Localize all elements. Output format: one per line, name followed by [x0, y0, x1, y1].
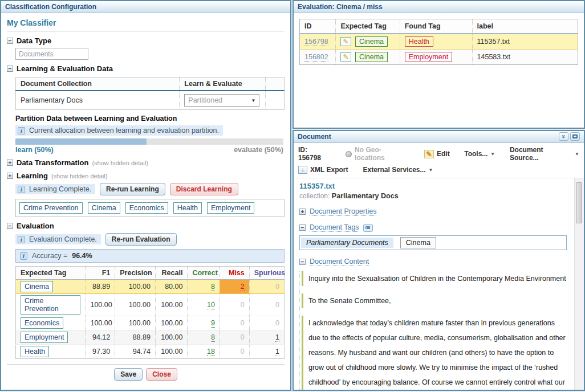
expected-tag-chip[interactable]: Crime Prevention — [21, 295, 80, 315]
show-hidden-detail-hint[interactable]: (show hidden detail) — [92, 160, 148, 166]
expand-icon[interactable]: + — [299, 209, 306, 215]
table-row-economics: Economics 100.00 100.00 100.00 9 0 0 — [16, 316, 285, 330]
table-row-crime-prevention: Crime Prevention 100.00 100.00 100.00 10… — [16, 294, 285, 316]
rerun-evaluation-button[interactable]: Re-run Evaluation — [105, 233, 177, 246]
tag-chip-crime-prevention[interactable]: Crime Prevention — [19, 202, 83, 214]
learning-status-text: Learning Complete. — [29, 185, 91, 193]
tools-menu[interactable]: Tools... ▼ — [464, 150, 495, 158]
correct-count-link[interactable]: 8 — [211, 283, 215, 291]
save-button[interactable]: Save — [114, 368, 143, 381]
column-header-spacer — [266, 77, 285, 91]
correct-count-link[interactable]: 18 — [207, 348, 215, 356]
learn-partition-fill[interactable] — [15, 138, 147, 145]
miss-count: 0 — [241, 333, 245, 341]
correct-count-link[interactable]: 8 — [211, 333, 215, 342]
expected-tag-chip[interactable]: Health — [21, 346, 49, 357]
evaluation-status: i Evaluation Complete. — [15, 234, 101, 244]
collapse-icon[interactable]: − — [7, 66, 13, 72]
discard-learning-button[interactable]: Discard Learning — [170, 183, 238, 195]
collection-label: collection: — [299, 192, 330, 200]
miss-count: 0 — [241, 319, 245, 327]
column-header-expected-tag: Expected Tag — [336, 19, 400, 34]
external-services-menu[interactable]: External Services... ▼ — [363, 166, 433, 174]
chevron-down-icon: ▼ — [429, 168, 433, 173]
document-tags-link[interactable]: Document Tags — [310, 223, 359, 232]
document-toolbar: ID: 156798 No Geo-locations ✎ Edit Tools… — [294, 143, 584, 178]
pencil-icon: ✎ — [424, 150, 434, 158]
maximize-panel-button[interactable] — [570, 132, 580, 141]
table-header-row: Expected Tag F1 Precision Recall Correct… — [16, 267, 285, 280]
collection-tag[interactable]: Parliamentary Documents — [301, 238, 393, 248]
column-header-label: label — [472, 19, 578, 34]
tag-chip-health[interactable]: Health — [173, 202, 202, 214]
learning-eval-table: Document Collection Learn & Evaluate Par… — [15, 77, 285, 110]
expand-icon[interactable]: + — [7, 160, 13, 166]
column-header-correct: Correct — [188, 267, 220, 280]
accuracy-box: i Accuracy = 96.4% — [15, 249, 285, 263]
xml-export-button[interactable]: ↓ XML Export — [298, 166, 348, 174]
table-row-health: Health 97.30 94.74 100.00 18 0 1 — [16, 345, 285, 359]
recall-value: 100.00 — [155, 316, 188, 330]
close-button[interactable]: Close — [146, 368, 177, 381]
collapse-icon[interactable]: − — [299, 224, 306, 231]
info-icon: i — [20, 252, 27, 260]
collapse-icon[interactable]: − — [7, 38, 13, 44]
evaluation-results-table: Expected Tag F1 Precision Recall Correct… — [15, 266, 285, 359]
vertical-scrollbar[interactable] — [574, 178, 584, 391]
info-icon: i — [18, 127, 25, 134]
tag-chip-economics[interactable]: Economics — [125, 202, 168, 214]
chevron-down-icon: ▼ — [251, 98, 255, 103]
table-row-employment: Employment 94.12 88.89 100.00 8 0 1 — [16, 330, 285, 345]
document-id-link[interactable]: 156802 — [304, 53, 328, 62]
partition-labels: learn (50%) evaluate (50%) — [15, 146, 283, 154]
column-header-expected-tag: Expected Tag — [16, 267, 86, 280]
edit-button[interactable]: ✎ Edit — [424, 150, 450, 158]
doc-panel-title: Document — [298, 133, 331, 141]
expected-tag-chip[interactable]: Employment — [21, 332, 68, 343]
left-panel-title: Classification Configuration — [5, 3, 96, 11]
correct-count-link[interactable]: 9 — [211, 319, 215, 328]
collapse-icon[interactable]: − — [299, 259, 306, 265]
collection-name-cell: Parliamentary Docs — [16, 91, 180, 110]
expand-icon[interactable]: + — [7, 173, 13, 179]
edit-tag-button[interactable]: ✎ — [340, 52, 351, 62]
document-source-menu[interactable]: Document Source... ▼ — [510, 146, 579, 162]
miss-count-link[interactable]: 2 — [241, 283, 245, 291]
pencil-icon: ✎ — [343, 53, 348, 61]
document-properties-link[interactable]: Document Properties — [310, 207, 376, 216]
collapse-icon[interactable]: − — [7, 223, 13, 229]
document-id-link[interactable]: 156798 — [304, 38, 328, 46]
column-header-recall: Recall — [155, 267, 188, 280]
f1-value: 100.00 — [86, 316, 115, 330]
column-header-found-tag: Found Tag — [400, 19, 472, 34]
collapse-panel-button[interactable]: » — [559, 132, 568, 141]
tag-chip-employment[interactable]: Employment — [207, 202, 254, 214]
tag-icon — [365, 226, 370, 229]
edit-tag-button[interactable]: ✎ — [340, 37, 351, 46]
f1-value: 97.30 — [86, 345, 115, 359]
section-learning-eval-data: − Learning & Evaluation Data — [7, 64, 285, 73]
collection-value: Parliamentary Docs — [332, 192, 399, 200]
learn-label: learn (50%) — [15, 146, 54, 154]
rerun-learning-button[interactable]: Re-run Learning — [100, 183, 165, 195]
tag-chip-cinema[interactable]: Cinema — [88, 202, 120, 214]
left-panel-header: Classification Configuration — [1, 1, 290, 13]
spurious-count-link[interactable]: 1 — [275, 333, 279, 342]
scrollbar-thumb[interactable] — [576, 182, 582, 223]
miss-documents-table: ID Expected Tag Found Tag label 156798 ✎… — [299, 19, 578, 65]
correct-count-link[interactable]: 10 — [207, 301, 215, 309]
document-content-link[interactable]: Document Content — [310, 258, 369, 266]
add-tag-button[interactable] — [363, 224, 373, 232]
recall-value: 100.00 — [155, 345, 188, 359]
expected-tag-chip[interactable]: Cinema — [21, 281, 53, 292]
geo-locations-item: No Geo-locations — [346, 146, 409, 162]
data-type-input[interactable] — [15, 48, 88, 60]
table-row-156798: 156798 ✎ Cinema Health 115357.txt — [300, 34, 578, 50]
expected-tag-chip: Cinema — [355, 36, 388, 47]
show-hidden-detail-hint[interactable]: (show hidden detail) — [51, 173, 107, 179]
spurious-count-link[interactable]: 1 — [275, 348, 279, 356]
document-tag[interactable]: Cinema — [400, 237, 436, 248]
partition-slider[interactable] — [15, 138, 283, 145]
learn-evaluate-select[interactable]: Partitioned ▼ — [184, 94, 259, 107]
expected-tag-chip[interactable]: Economics — [21, 317, 63, 329]
